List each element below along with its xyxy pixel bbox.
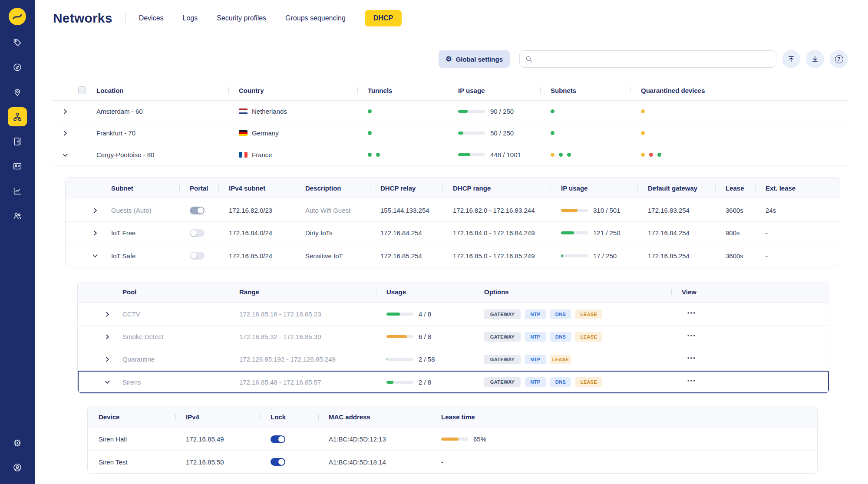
- lease-badge: LEASE: [550, 355, 571, 364]
- tunnel-status-dot: [368, 153, 372, 157]
- more-options-button[interactable]: ⋯: [682, 378, 696, 386]
- column-header-mac-address: MAC address: [329, 413, 441, 421]
- ipv4-subnet: 172.16.85.0/24: [229, 252, 305, 260]
- more-options-button[interactable]: ⋯: [682, 333, 696, 341]
- subnet-status-dot: [551, 109, 554, 113]
- column-header-dhcp-range: DHCP range: [453, 184, 561, 192]
- brand-logo-icon: [9, 8, 26, 25]
- account-icon: [13, 463, 22, 472]
- sidebar-item-badges[interactable]: [8, 33, 27, 52]
- lease-time-label: 65%: [473, 435, 486, 443]
- chevron-right-icon[interactable]: [104, 356, 111, 363]
- sidebar-item-networks[interactable]: [8, 107, 27, 126]
- pool-name: Smoke Detect: [122, 333, 239, 340]
- usage-bar: [386, 335, 413, 338]
- more-options-button[interactable]: ⋯: [682, 310, 696, 318]
- subnet-row-expanded[interactable]: IoT Safe 172.16.85.0/24 Sensitive IoT 17…: [66, 244, 840, 267]
- column-header-ipv4-subnet: IPv4 subnet: [229, 184, 305, 192]
- quarantine-status-dot: [641, 153, 645, 157]
- subnet-row[interactable]: Guests (Auto) 172.16.82.0/23 Auto Wifi G…: [66, 199, 840, 222]
- chevron-right-icon[interactable]: [92, 207, 99, 214]
- lease-badge: LEASE: [575, 332, 602, 342]
- quarantine-status-dot: [657, 153, 661, 157]
- tab-dhcp[interactable]: DHCP: [365, 10, 402, 26]
- column-header-country: Country: [239, 87, 368, 94]
- dns-badge: DNS: [550, 377, 571, 387]
- search-input[interactable]: [519, 50, 776, 68]
- country-name: France: [252, 151, 272, 158]
- sidebar-item-locations[interactable]: [8, 82, 27, 102]
- chevron-right-icon[interactable]: [62, 108, 69, 115]
- pool-row[interactable]: Quarantine 172.126.85.192 - 172.126.85.2…: [78, 348, 829, 371]
- sidebar: ⚙: [0, 0, 35, 484]
- usage-label: 2 / 8: [419, 379, 431, 386]
- global-settings-label: Global settings: [456, 56, 503, 63]
- column-header-location: Location: [96, 87, 239, 94]
- chevron-right-icon[interactable]: [92, 230, 99, 237]
- global-settings-button[interactable]: ⚙ Global settings: [439, 50, 510, 68]
- sidebar-item-access[interactable]: [8, 132, 27, 151]
- help-icon: ?: [835, 55, 843, 63]
- brand-logo[interactable]: [9, 8, 26, 25]
- devices-header-row: Device IPv4 Lock MAC address Lease time: [88, 406, 817, 428]
- chevron-down-icon[interactable]: [104, 379, 111, 385]
- chevron-down-icon[interactable]: [92, 252, 99, 259]
- ip-usage-bar: [561, 231, 588, 234]
- dhcp-range: 172.16.82.0 - 172.16.83.244: [453, 207, 561, 214]
- select-all-checkbox[interactable]: [78, 86, 86, 94]
- sidebar-item-users[interactable]: [8, 206, 27, 225]
- tab-security-profiles[interactable]: Security profiles: [217, 14, 266, 22]
- more-options-button[interactable]: ⋯: [682, 356, 696, 363]
- column-header-pool: Pool: [122, 288, 239, 296]
- subnet-row[interactable]: IoT Free 172.16.84.0/24 Dirty IoTs 172.1…: [66, 222, 840, 244]
- ip-usage-bar: [458, 153, 485, 156]
- usage-bar: [386, 313, 413, 316]
- chevron-right-icon[interactable]: [62, 130, 69, 137]
- column-header-lease: Lease: [726, 184, 766, 192]
- ext-lease-value: -: [766, 252, 840, 260]
- chevron-right-icon[interactable]: [104, 333, 111, 340]
- quarantine-status-dot: [641, 131, 645, 135]
- help-button[interactable]: ?: [830, 50, 848, 68]
- chevron-down-icon[interactable]: [62, 151, 69, 158]
- page-title: Networks: [53, 11, 112, 26]
- subnet-status-dot: [551, 131, 554, 135]
- pool-row[interactable]: CCTV 172.16.85.16 - 172.16.85.23 4 / 8 G…: [78, 303, 829, 326]
- lease-badge: LEASE: [575, 309, 602, 319]
- location-name: Amsterdam - 60: [96, 108, 239, 115]
- device-row: Siren Test 172.16.85.50 A1:BC:4D:5D:18:1…: [88, 451, 817, 473]
- lock-toggle[interactable]: [271, 458, 285, 466]
- portal-toggle[interactable]: [190, 207, 205, 214]
- column-header-ip-usage: IP usage: [561, 184, 648, 192]
- portal-toggle[interactable]: [190, 252, 205, 260]
- lock-toggle[interactable]: [271, 435, 285, 443]
- column-header-lock: Lock: [271, 413, 329, 421]
- upload-button[interactable]: [782, 50, 800, 68]
- main-area: Networks Devices Logs Security profiles …: [35, 0, 868, 484]
- chevron-right-icon[interactable]: [104, 311, 111, 318]
- sidebar-item-settings[interactable]: ⚙: [8, 433, 27, 452]
- ip-usage-label: 50 / 250: [490, 129, 514, 137]
- lease-value: 3600s: [726, 207, 766, 214]
- location-row[interactable]: Frankfurt - 70 Germany 50 / 250: [53, 122, 848, 144]
- portal-toggle[interactable]: [190, 229, 205, 237]
- map-pin-icon: [13, 87, 22, 97]
- tab-devices[interactable]: Devices: [139, 14, 164, 22]
- sidebar-item-analytics[interactable]: [8, 181, 27, 201]
- ip-usage-label: 17 / 250: [593, 252, 617, 260]
- location-row-expanded[interactable]: Cergy-Pontoise - 80 France 448 / 1001: [53, 144, 848, 166]
- sidebar-item-contacts[interactable]: [8, 157, 27, 176]
- sidebar-item-account[interactable]: [8, 458, 27, 477]
- column-header-quarantined: Quarantined devices: [641, 87, 848, 94]
- lease-value: 3600s: [726, 252, 766, 260]
- gateway-badge: GATEWAY: [484, 355, 521, 364]
- download-button[interactable]: [806, 50, 824, 68]
- sidebar-item-explore[interactable]: [8, 58, 27, 77]
- pool-row-selected[interactable]: Sirens 172.16.85.48 - 172.16.85.57 2 / 8…: [78, 371, 829, 393]
- tab-logs[interactable]: Logs: [183, 14, 198, 22]
- column-header-options: Options: [484, 288, 682, 296]
- pool-row[interactable]: Smoke Detect 172.16.85.32 - 172.16.85.39…: [78, 326, 829, 348]
- tab-groups-sequencing[interactable]: Groups sequencing: [285, 14, 346, 22]
- location-row[interactable]: Amsterdam - 60 Netherlands 90 / 250: [53, 101, 848, 122]
- usage-label: 6 / 8: [419, 333, 431, 340]
